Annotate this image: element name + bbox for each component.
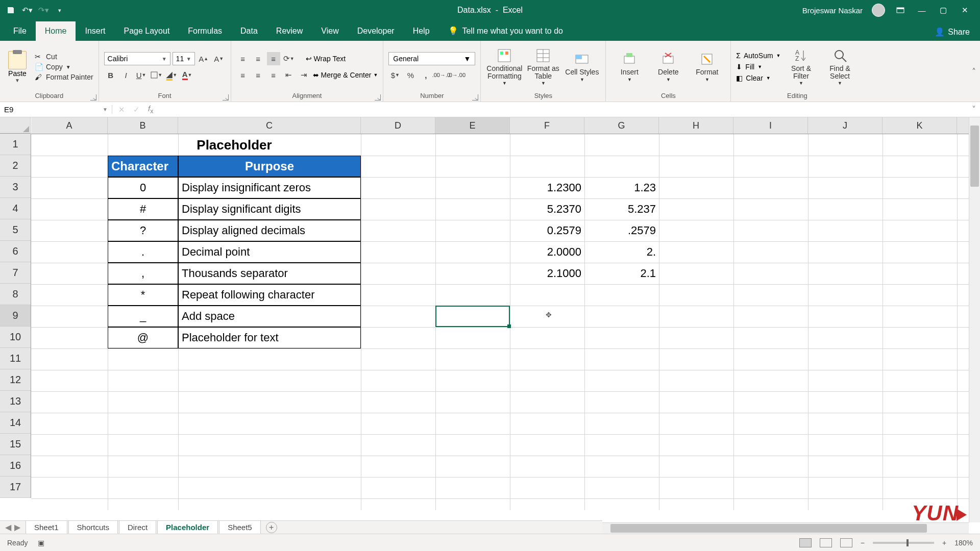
table-row-char[interactable]: 0 (108, 177, 178, 198)
tab-view[interactable]: View (312, 21, 348, 41)
decrease-indent-icon[interactable]: ⇤ (282, 68, 296, 82)
col-header-E[interactable]: E (435, 117, 510, 134)
tab-help[interactable]: Help (404, 21, 439, 41)
grid-area[interactable]: PlaceholderCharacterPurpose0Display insi… (31, 134, 980, 510)
cut-button[interactable]: ✂Cut (35, 53, 93, 61)
expand-formula-bar-icon[interactable]: ˅ (968, 105, 980, 114)
maximize-button[interactable]: ▢ (937, 4, 949, 16)
collapse-ribbon-icon[interactable]: ˄ (972, 66, 976, 76)
cell-colF[interactable]: 5.2370 (510, 198, 584, 220)
row-header-5[interactable]: 5 (0, 219, 31, 241)
italic-button[interactable]: I (119, 68, 133, 82)
tab-file[interactable]: File (4, 21, 36, 41)
row-header-16[interactable]: 16 (0, 455, 31, 477)
cell-colG[interactable]: .2579 (584, 220, 659, 241)
autosum-button[interactable]: ΣAutoSum ▼ (736, 52, 780, 60)
alignment-launcher[interactable] (375, 94, 381, 101)
align-center-icon[interactable]: ≡ (252, 68, 265, 82)
vertical-scroll-thumb[interactable] (970, 126, 979, 187)
table-row-purpose[interactable]: Placeholder for text (178, 327, 361, 348)
font-launcher[interactable] (223, 94, 229, 101)
zoom-out-icon[interactable]: − (861, 539, 865, 547)
table-row-purpose[interactable]: Thousands separator (178, 263, 361, 284)
row-header-1[interactable]: 1 (0, 134, 31, 155)
minimize-button[interactable]: — (916, 4, 928, 16)
zoom-in-icon[interactable]: + (942, 539, 946, 547)
row-header-11[interactable]: 11 (0, 348, 31, 369)
table-row-char[interactable]: , (108, 263, 178, 284)
cell-colF[interactable]: 2.1000 (510, 263, 584, 284)
wrap-text-button[interactable]: ↩Wrap Text (306, 55, 346, 63)
table-row-char[interactable]: @ (108, 327, 178, 348)
table-row-char[interactable]: * (108, 284, 178, 306)
row-header-12[interactable]: 12 (0, 369, 31, 391)
font-color-button[interactable]: A▼ (181, 68, 194, 82)
table-row-purpose[interactable]: Decimal point (178, 241, 361, 263)
vertical-scrollbar[interactable] (969, 117, 980, 522)
col-header-A[interactable]: A (31, 117, 108, 134)
row-header-7[interactable]: 7 (0, 262, 31, 284)
increase-font-icon[interactable]: A▲ (197, 52, 210, 65)
tab-formulas[interactable]: Formulas (179, 21, 231, 41)
insert-cells-button[interactable]: Insert▼ (611, 51, 648, 82)
row-header-10[interactable]: 10 (0, 327, 31, 348)
align-bottom-icon[interactable]: ≡ (267, 52, 280, 65)
bold-button[interactable]: B (104, 68, 117, 82)
underline-button[interactable]: U ▼ (135, 68, 148, 82)
sheet-tab-placeholder[interactable]: Placeholder (157, 520, 218, 535)
font-size-combo[interactable]: 11▼ (173, 52, 195, 65)
horizontal-scroll-thumb[interactable] (610, 524, 927, 533)
align-top-icon[interactable]: ≡ (236, 52, 250, 65)
cell-colG[interactable]: 5.237 (584, 198, 659, 220)
horizontal-scrollbar[interactable] (602, 522, 969, 534)
row-header-17[interactable]: 17 (0, 477, 31, 498)
row-header-15[interactable]: 15 (0, 434, 31, 455)
fill-button[interactable]: ⬇Fill ▼ (736, 63, 780, 71)
row-header-8[interactable]: 8 (0, 284, 31, 305)
enter-formula-icon[interactable]: ✓ (133, 105, 140, 114)
col-header-B[interactable]: B (108, 117, 178, 134)
tab-pagelayout[interactable]: Page Layout (114, 21, 179, 41)
number-launcher[interactable] (472, 94, 478, 101)
col-header-D[interactable]: D (361, 117, 435, 134)
conditional-formatting-button[interactable]: Conditional Formatting▼ (486, 47, 523, 87)
sheet-tab-shortcuts[interactable]: Shortcuts (68, 520, 118, 535)
fx-icon[interactable]: fx (148, 104, 153, 115)
accounting-format-icon[interactable]: $▼ (388, 68, 402, 82)
row-header-4[interactable]: 4 (0, 198, 31, 219)
redo-icon[interactable]: ↷▾ (39, 6, 48, 15)
row-header-13[interactable]: 13 (0, 391, 31, 412)
sheet-tab-direct[interactable]: Direct (119, 520, 156, 535)
decrease-decimal-icon[interactable]: .0→.00 (450, 68, 463, 82)
clear-button[interactable]: ◧Clear ▼ (736, 74, 780, 82)
format-as-table-button[interactable]: Format as Table▼ (525, 47, 561, 87)
cancel-formula-icon[interactable]: ✕ (118, 105, 125, 114)
cell-colG[interactable]: 2.1 (584, 263, 659, 284)
table-row-purpose[interactable]: Display aligned decimals (178, 220, 361, 241)
share-button[interactable]: 👤Share (935, 27, 980, 41)
delete-cells-button[interactable]: Delete▼ (650, 51, 687, 82)
column-headers[interactable]: ABCDEFGHIJK (31, 117, 980, 134)
name-box[interactable]: E9▼ (0, 105, 112, 114)
row-header-14[interactable]: 14 (0, 412, 31, 434)
fill-color-button[interactable]: ◢▼ (165, 68, 179, 82)
row-header-6[interactable]: 6 (0, 241, 31, 262)
table-row-char[interactable]: _ (108, 306, 178, 327)
tab-home[interactable]: Home (36, 21, 76, 41)
table-row-purpose[interactable]: Display insignificant zeros (178, 177, 361, 198)
normal-view-icon[interactable] (799, 538, 812, 547)
copy-button[interactable]: 📄Copy ▼ (35, 63, 93, 71)
cell-colF[interactable]: 0.2579 (510, 220, 584, 241)
col-header-K[interactable]: K (883, 117, 957, 134)
active-cell[interactable] (435, 306, 510, 327)
col-header-F[interactable]: F (510, 117, 584, 134)
table-title[interactable]: Placeholder (108, 134, 361, 156)
sheet-tab-sheet1[interactable]: Sheet1 (26, 520, 67, 535)
align-left-icon[interactable]: ≡ (236, 68, 250, 82)
sheet-tab-sheet5[interactable]: Sheet5 (219, 520, 261, 535)
page-break-view-icon[interactable] (840, 538, 852, 547)
font-name-combo[interactable]: Calibri▼ (104, 52, 170, 65)
comma-format-icon[interactable]: , (419, 68, 432, 82)
tab-review[interactable]: Review (267, 21, 312, 41)
format-cells-button[interactable]: Format▼ (689, 51, 725, 82)
